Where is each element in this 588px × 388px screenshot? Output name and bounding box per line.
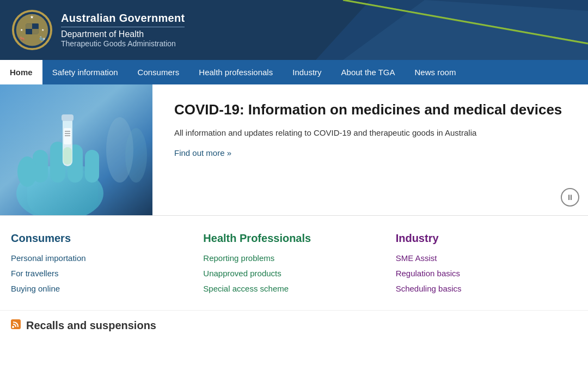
svg-rect-4 (26, 23, 32, 29)
svg-text:🦘: 🦘 (19, 35, 26, 43)
gov-title: Australian Government (61, 12, 185, 25)
hero-content: COVID-19: Information on medicines and m… (152, 84, 588, 215)
svg-text:★: ★ (41, 28, 44, 32)
svg-point-36 (12, 326, 14, 328)
recalls-heading: Recalls and suspensions (26, 319, 156, 332)
nav-consumers[interactable]: Consumers (128, 60, 189, 84)
hero-description: All information and updates relating to … (174, 128, 566, 137)
list-item: Buying online (11, 284, 181, 294)
consumers-heading: Consumers (11, 232, 181, 245)
list-item: Reporting problems (203, 253, 373, 263)
consumers-list: Personal importation For travellers Buyi… (11, 253, 181, 294)
hp-special-access-link[interactable]: Special access scheme (203, 284, 289, 293)
hero-image-svg (0, 84, 152, 215)
list-item: Special access scheme (203, 284, 373, 294)
pause-button[interactable]: ⏸ (561, 188, 579, 207)
pause-icon: ⏸ (566, 193, 574, 202)
dept-title: Department of Health (61, 29, 185, 39)
header-decoration (261, 0, 588, 60)
svg-rect-32 (63, 147, 72, 165)
logo-area: ★ ★ ★ 🦘 🦤 Australian Government Departme… (11, 9, 185, 51)
header-text-block: Australian Government Department of Heal… (61, 12, 185, 48)
hp-reporting-problems-link[interactable]: Reporting problems (203, 253, 274, 263)
hero-banner: COVID-19: Information on medicines and m… (0, 84, 588, 216)
nav-about-tga[interactable]: About the TGA (332, 60, 405, 84)
nav-home[interactable]: Home (0, 60, 42, 84)
nav-news-room[interactable]: News room (405, 60, 466, 84)
svg-rect-31 (62, 114, 74, 121)
list-item: For travellers (11, 269, 181, 278)
svg-point-24 (17, 156, 37, 187)
consumers-personal-importation-link[interactable]: Personal importation (11, 253, 86, 263)
consumers-column: Consumers Personal importation For trave… (11, 232, 192, 299)
nav-health-professionals[interactable]: Health professionals (189, 60, 283, 84)
nav-safety-information[interactable]: Safety information (42, 60, 128, 84)
list-item: SME Assist (396, 253, 566, 263)
industry-heading: Industry (396, 232, 566, 245)
health-professionals-list: Reporting problems Unapproved products S… (203, 253, 373, 294)
industry-regulation-basics-link[interactable]: Regulation basics (396, 269, 460, 278)
hero-find-more-link[interactable]: Find out more » (174, 148, 231, 157)
svg-rect-23 (85, 150, 99, 183)
industry-column: Industry SME Assist Regulation basics Sc… (385, 232, 577, 299)
list-item: Personal importation (11, 253, 181, 263)
svg-rect-7 (32, 29, 39, 34)
svg-rect-6 (26, 29, 32, 34)
hero-title: COVID-19: Information on medicines and m… (174, 101, 566, 119)
svg-text:★: ★ (20, 28, 23, 32)
industry-scheduling-basics-link[interactable]: Scheduling basics (396, 284, 462, 293)
health-professionals-heading: Health Professionals (203, 232, 373, 245)
industry-list: SME Assist Regulation basics Scheduling … (396, 253, 566, 294)
consumers-travellers-link[interactable]: For travellers (11, 269, 59, 278)
hp-unapproved-products-link[interactable]: Unapproved products (203, 269, 281, 278)
site-header: ★ ★ ★ 🦘 🦤 Australian Government Departme… (0, 0, 588, 60)
coat-of-arms-icon: ★ ★ ★ 🦘 🦤 (11, 9, 53, 51)
list-item: Unapproved products (203, 269, 373, 278)
nav-industry[interactable]: Industry (283, 60, 331, 84)
hero-image (0, 84, 152, 215)
health-professionals-column: Health Professionals Reporting problems … (192, 232, 384, 299)
main-nav: Home Safety information Consumers Health… (0, 60, 588, 84)
tga-title: Therapeutic Goods Administration (61, 39, 185, 48)
svg-point-34 (125, 128, 147, 183)
svg-text:★: ★ (30, 15, 34, 20)
svg-text:🦤: 🦤 (39, 35, 46, 43)
list-item: Scheduling basics (396, 284, 566, 294)
svg-rect-5 (32, 23, 39, 29)
consumers-buying-online-link[interactable]: Buying online (11, 284, 60, 293)
list-item: Regulation basics (396, 269, 566, 278)
recalls-section: Recalls and suspensions (0, 310, 588, 341)
industry-sme-assist-link[interactable]: SME Assist (396, 253, 437, 263)
links-section: Consumers Personal importation For trave… (0, 216, 588, 310)
svg-rect-27 (64, 128, 71, 144)
rss-icon (11, 319, 21, 332)
